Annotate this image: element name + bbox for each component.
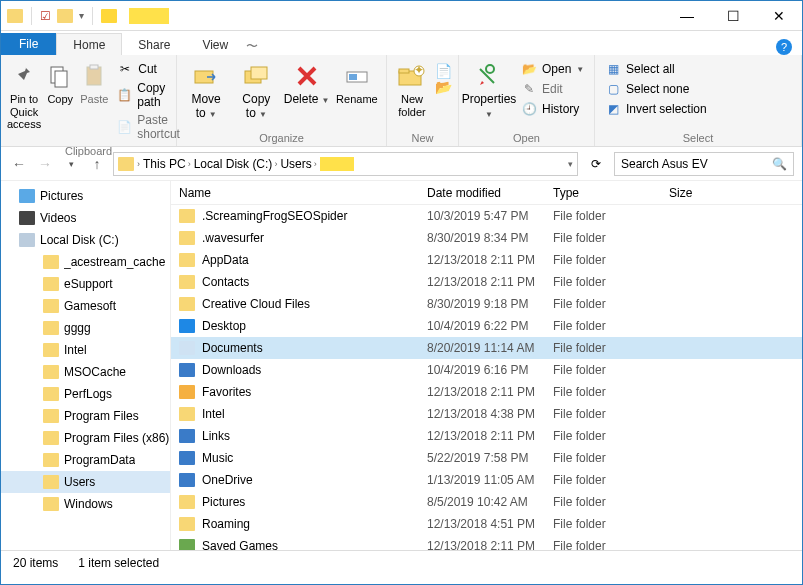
delete-button[interactable]: Delete ▼ (284, 57, 330, 107)
back-button[interactable]: ← (9, 154, 29, 174)
file-row[interactable]: .wavesurfer8/30/2019 8:34 PMFile folder (171, 227, 802, 249)
column-headers[interactable]: Name Date modified Type Size (171, 181, 802, 205)
easy-access-icon[interactable]: 📂 (435, 79, 452, 95)
file-row[interactable]: Creative Cloud Files8/30/2019 9:18 PMFil… (171, 293, 802, 315)
file-row[interactable]: Desktop10/4/2019 6:22 PMFile folder (171, 315, 802, 337)
desktop-icon (179, 319, 195, 333)
new-folder-button[interactable]: ✦ New folder (393, 57, 431, 118)
copy-path-icon: 📋 (117, 87, 132, 103)
tree-item[interactable]: Pictures (1, 185, 170, 207)
move-to-button[interactable]: Move to ▼ (183, 57, 229, 121)
file-type: File folder (553, 407, 669, 421)
file-row[interactable]: .ScreamingFrogSEOSpider10/3/2019 5:47 PM… (171, 205, 802, 227)
tree-item[interactable]: MSOCache (1, 361, 170, 383)
file-row[interactable]: Downloads10/4/2019 6:16 PMFile folder (171, 359, 802, 381)
file-row[interactable]: Favorites12/13/2018 2:11 PMFile folder (171, 381, 802, 403)
paste-button[interactable]: Paste (79, 57, 109, 106)
qat-check-icon[interactable]: ☑ (40, 9, 51, 23)
properties-icon (474, 61, 504, 91)
close-button[interactable]: ✕ (756, 1, 802, 31)
rename-button[interactable]: Rename (334, 57, 380, 106)
tree-item[interactable]: Program Files (x86) (1, 427, 170, 449)
file-date: 10/4/2019 6:22 PM (427, 319, 553, 333)
address-bar[interactable]: › This PC › Local Disk (C:) › Users › ▾ (113, 152, 578, 176)
navigation-bar: ← → ▾ ↑ › This PC › Local Disk (C:) › Us… (1, 147, 802, 181)
file-row[interactable]: Links12/13/2018 2:11 PMFile folder (171, 425, 802, 447)
up-button[interactable]: ↑ (87, 154, 107, 174)
copy-button[interactable]: Copy (45, 57, 75, 106)
file-row[interactable]: Documents8/20/2019 11:14 AMFile folder (171, 337, 802, 359)
history-button[interactable]: 🕘History (517, 99, 588, 119)
tab-home[interactable]: Home (56, 33, 122, 55)
navigation-tree[interactable]: PicturesVideosLocal Disk (C:)_acestream_… (1, 181, 171, 550)
tree-item[interactable]: Windows (1, 493, 170, 515)
minimize-button[interactable]: ― (664, 1, 710, 31)
tree-item[interactable]: eSupport (1, 273, 170, 295)
file-row[interactable]: Pictures8/5/2019 10:42 AMFile folder (171, 491, 802, 513)
file-row[interactable]: Contacts12/13/2018 2:11 PMFile folder (171, 271, 802, 293)
breadcrumb-current[interactable] (320, 157, 354, 171)
copy-to-button[interactable]: Copy to ▼ (233, 57, 279, 121)
file-date: 10/3/2019 5:47 PM (427, 209, 553, 223)
file-date: 10/4/2019 6:16 PM (427, 363, 553, 377)
tab-file[interactable]: File (1, 33, 56, 55)
forward-button[interactable]: → (35, 154, 55, 174)
tree-item[interactable]: Gamesoft (1, 295, 170, 317)
column-type[interactable]: Type (553, 186, 669, 200)
breadcrumb-local-disk[interactable]: Local Disk (C:) › (194, 157, 278, 171)
file-row[interactable]: Music5/22/2019 7:58 PMFile folder (171, 447, 802, 469)
new-item-icon[interactable]: 📄 (435, 63, 452, 79)
file-row[interactable]: AppData12/13/2018 2:11 PMFile folder (171, 249, 802, 271)
copy-path-button[interactable]: 📋Copy path (113, 79, 185, 111)
search-box[interactable]: Search Asus EV 🔍 (614, 152, 794, 176)
maximize-button[interactable]: ☐ (710, 1, 756, 31)
cut-button[interactable]: ✂Cut (113, 59, 185, 79)
file-row[interactable]: Intel12/13/2018 4:38 PMFile folder (171, 403, 802, 425)
tree-item[interactable]: ProgramData (1, 449, 170, 471)
address-dropdown-icon[interactable]: ▾ (568, 159, 573, 169)
ribbon-collapse-icon[interactable]: 〜 (244, 38, 260, 55)
tree-item[interactable]: _acestream_cache (1, 251, 170, 273)
breadcrumb-this-pc[interactable]: This PC › (143, 157, 191, 171)
tab-view[interactable]: View (186, 34, 244, 55)
select-none-button[interactable]: ▢Select none (601, 79, 711, 99)
column-size[interactable]: Size (669, 186, 802, 200)
file-row[interactable]: Roaming12/13/2018 4:51 PMFile folder (171, 513, 802, 535)
open-button[interactable]: 📂Open ▼ (517, 59, 588, 79)
file-list: Name Date modified Type Size .ScreamingF… (171, 181, 802, 550)
tree-item[interactable]: gggg (1, 317, 170, 339)
file-name: Pictures (202, 495, 245, 509)
tree-item[interactable]: Program Files (1, 405, 170, 427)
column-name[interactable]: Name (171, 186, 427, 200)
file-date: 12/13/2018 2:11 PM (427, 429, 553, 443)
pin-quick-access-button[interactable]: Pin to Quick access (7, 57, 41, 131)
tree-item[interactable]: PerfLogs (1, 383, 170, 405)
help-icon[interactable]: ? (776, 39, 792, 55)
file-name: Roaming (202, 517, 250, 531)
tab-share[interactable]: Share (122, 34, 186, 55)
edit-button[interactable]: ✎Edit (517, 79, 588, 99)
tree-item[interactable]: Intel (1, 339, 170, 361)
refresh-button[interactable]: ⟳ (584, 152, 608, 176)
file-type: File folder (553, 495, 669, 509)
select-all-button[interactable]: ▦Select all (601, 59, 711, 79)
file-type: File folder (553, 231, 669, 245)
tree-item[interactable]: Local Disk (C:) (1, 229, 170, 251)
file-row[interactable]: OneDrive1/13/2019 11:05 AMFile folder (171, 469, 802, 491)
tree-item[interactable]: Users (1, 471, 170, 493)
svg-rect-1 (55, 71, 67, 87)
invert-selection-button[interactable]: ◩Invert selection (601, 99, 711, 119)
qat-folder-icon[interactable] (57, 9, 73, 23)
paste-shortcut-button[interactable]: 📄Paste shortcut (113, 111, 185, 143)
properties-button[interactable]: Properties ▼ (465, 57, 513, 119)
qat-overflow[interactable]: ▾ (79, 10, 84, 21)
status-selected: 1 item selected (78, 556, 159, 570)
column-date[interactable]: Date modified (427, 186, 553, 200)
recent-dropdown[interactable]: ▾ (61, 154, 81, 174)
file-row[interactable]: Saved Games12/13/2018 2:11 PMFile folder (171, 535, 802, 550)
file-name: Downloads (202, 363, 261, 377)
game-icon (179, 539, 195, 550)
tree-item[interactable]: Videos (1, 207, 170, 229)
breadcrumb-users[interactable]: Users › (280, 157, 316, 171)
file-name: AppData (202, 253, 249, 267)
